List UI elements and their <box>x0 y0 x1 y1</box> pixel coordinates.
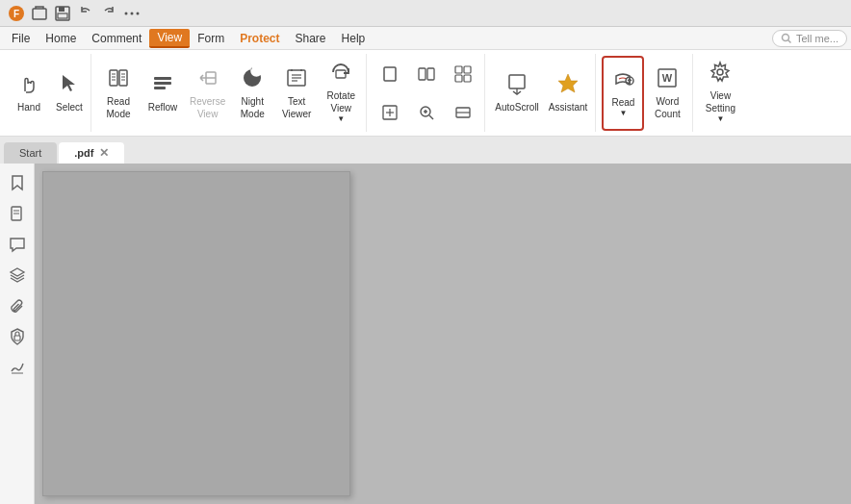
select-label: Select <box>56 101 83 113</box>
open-icon[interactable] <box>31 5 48 22</box>
tab-pdf-close[interactable]: ✕ <box>99 147 109 159</box>
menu-file[interactable]: File <box>4 30 38 47</box>
rotate-view-label: Rotate View <box>327 89 355 114</box>
ribbon-group-scroll: AutoScroll Assistant <box>487 54 596 132</box>
svg-rect-27 <box>336 70 346 78</box>
tab-pdf[interactable]: .pdf ✕ <box>59 142 124 164</box>
svg-rect-32 <box>464 66 471 73</box>
svg-point-6 <box>125 12 128 14</box>
menu-bar: File Home Comment View Form Protect Shar… <box>0 27 851 50</box>
doc-page <box>42 171 350 496</box>
menu-home[interactable]: Home <box>38 30 84 47</box>
night-mode-button[interactable]: Night Mode <box>231 56 273 131</box>
svg-line-39 <box>429 115 433 119</box>
assistant-icon <box>556 72 580 99</box>
title-bar: F <box>0 0 851 27</box>
view-setting-arrow: ▼ <box>716 114 724 124</box>
tab-start-label: Start <box>19 147 41 159</box>
sidebar-signature[interactable] <box>6 356 29 379</box>
svg-point-8 <box>137 12 140 14</box>
text-viewer-icon <box>285 66 308 93</box>
menu-comment[interactable]: Comment <box>84 30 149 47</box>
svg-rect-33 <box>455 75 462 82</box>
two-page-button[interactable] <box>409 57 444 91</box>
fit-page-button[interactable] <box>373 95 407 130</box>
fit-width-button[interactable] <box>446 95 480 130</box>
svg-rect-2 <box>33 9 46 19</box>
sidebar-bookmark[interactable] <box>6 171 29 194</box>
read-label: Read <box>611 96 634 109</box>
menu-form[interactable]: Form <box>190 30 232 47</box>
multi-page-button[interactable] <box>446 57 480 91</box>
select-button[interactable]: Select <box>52 56 87 131</box>
tell-me-label: Tell me... <box>796 33 838 44</box>
menu-view[interactable]: View <box>149 29 190 48</box>
read-icon <box>611 67 634 94</box>
title-bar-icons: F <box>8 5 141 22</box>
grid-row-1 <box>373 57 480 91</box>
night-mode-label: Night Mode <box>241 95 265 120</box>
view-setting-label: View Setting <box>706 89 735 114</box>
reverse-view-label: Reverse View <box>190 95 225 120</box>
menu-help[interactable]: Help <box>334 30 374 47</box>
svg-rect-11 <box>110 70 117 86</box>
single-page-button[interactable] <box>373 57 407 91</box>
word-count-button[interactable]: W Word Count <box>646 56 688 131</box>
svg-rect-55 <box>14 336 20 340</box>
sidebar-comments[interactable] <box>6 233 29 256</box>
select-icon <box>58 72 81 99</box>
view-setting-icon <box>709 61 732 88</box>
text-viewer-button[interactable]: Text Viewer <box>275 56 318 131</box>
rotate-view-button[interactable]: Rotate View ▼ <box>320 56 362 131</box>
grid-row-2 <box>373 95 480 130</box>
tell-me-box[interactable]: Tell me... <box>772 30 847 47</box>
svg-marker-46 <box>558 74 578 92</box>
read-arrow: ▼ <box>619 109 627 118</box>
read-button[interactable]: Read ▼ <box>602 56 644 131</box>
app-logo-icon: F <box>8 5 25 22</box>
hand-button[interactable]: Hand <box>8 56 50 131</box>
left-sidebar <box>0 164 35 504</box>
read-mode-button[interactable]: Read Mode <box>97 56 140 131</box>
svg-rect-34 <box>464 75 471 82</box>
reflow-button[interactable]: Reflow <box>142 56 184 131</box>
word-count-label: Word Count <box>655 95 681 120</box>
sidebar-pages[interactable] <box>6 202 29 225</box>
autoscroll-button[interactable]: AutoScroll <box>491 56 543 131</box>
redo-icon[interactable] <box>100 5 117 22</box>
svg-line-10 <box>787 39 790 42</box>
read-mode-label: Read Mode <box>106 95 130 120</box>
reflow-icon <box>151 72 174 99</box>
undo-icon[interactable] <box>77 5 94 22</box>
night-mode-icon <box>241 66 264 93</box>
ribbon-group-view-modes: Read Mode Reflow Reverse View <box>93 54 367 132</box>
sidebar-layers[interactable] <box>6 264 29 287</box>
menu-share[interactable]: Share <box>288 30 334 47</box>
content-area <box>0 164 851 504</box>
tab-start[interactable]: Start <box>4 142 57 164</box>
more-icon[interactable] <box>123 5 141 22</box>
zoom-in-button[interactable] <box>409 95 444 130</box>
reverse-view-button[interactable]: Reverse View <box>186 56 229 131</box>
svg-rect-31 <box>455 66 462 73</box>
hand-icon <box>17 72 40 99</box>
view-setting-button[interactable]: View Setting ▼ <box>699 56 741 131</box>
svg-rect-19 <box>154 77 171 80</box>
menu-protect[interactable]: Protect <box>232 30 287 47</box>
svg-rect-30 <box>427 68 434 80</box>
svg-rect-20 <box>154 82 171 85</box>
svg-point-51 <box>717 69 723 75</box>
ribbon-group-view-setting: View Setting ▼ <box>695 54 745 132</box>
assistant-button[interactable]: Assistant <box>545 56 592 131</box>
reflow-label: Reflow <box>148 101 178 113</box>
doc-area <box>35 164 851 504</box>
read-mode-icon <box>107 66 130 93</box>
svg-rect-29 <box>419 68 426 80</box>
sidebar-attachments[interactable] <box>6 294 29 317</box>
sidebar-security[interactable] <box>6 325 29 348</box>
ribbon-group-read: Read ▼ W Word Count <box>598 54 693 132</box>
save-icon[interactable] <box>54 5 71 22</box>
tab-pdf-label: .pdf <box>74 147 93 159</box>
ribbon: Hand Select <box>0 50 851 137</box>
hand-label: Hand <box>17 101 40 113</box>
